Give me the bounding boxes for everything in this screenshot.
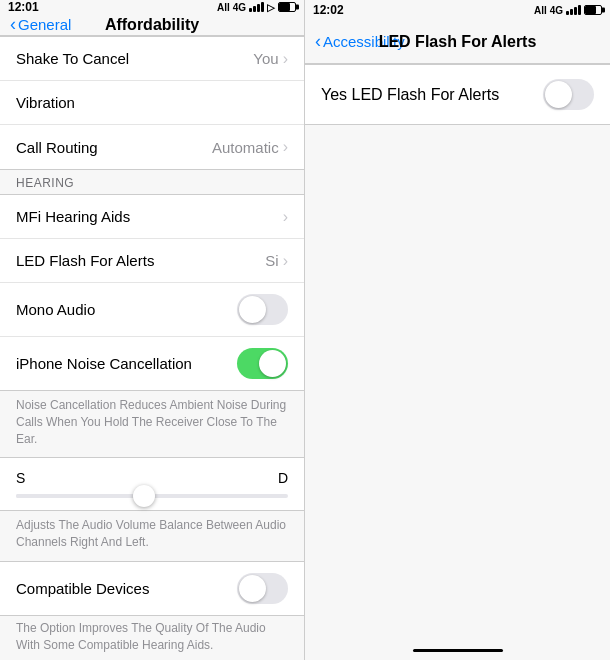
right-time: 12:02 [313,3,344,17]
left-status-icons: All 4G ▷ [217,2,296,13]
right-spacer [305,125,610,640]
led-flash-label: LED Flash For Alerts [16,252,154,269]
left-time: 12:01 [8,0,39,14]
noise-cancellation-toggle-thumb [259,350,286,377]
noise-cancellation-label: iPhone Noise Cancellation [16,355,192,372]
call-routing-chevron: › [283,138,288,156]
compatible-devices-toggle[interactable] [237,573,288,604]
slider-description: Adjusts The Audio Volume Balance Between… [0,511,304,561]
right-back-chevron: ‹ [315,31,321,52]
mono-audio-toggle-thumb [239,296,266,323]
left-back-label: General [18,16,71,33]
led-flash-value-text: Si [265,252,278,269]
right-battery-icon [584,5,602,15]
left-4g-label: ▷ [267,2,275,13]
left-back-chevron: ‹ [10,14,16,35]
slider-section: S D [0,457,304,511]
right-panel: 12:02 All 4G ‹ Accessibility LED Flash F… [305,0,610,660]
mfi-chevron: › [283,208,288,226]
left-status-bar: 12:01 All 4G ▷ [0,0,304,14]
noise-cancellation-toggle[interactable] [237,348,288,379]
right-home-indicator [413,649,503,652]
left-top-section: Shake To Cancel You › Vibration Call Rou… [0,36,304,170]
signal-bar-2 [253,6,256,12]
right-signal-bars [566,5,581,15]
vibration-label: Vibration [16,94,75,111]
slider-left-label: S [16,470,25,486]
slider-thumb[interactable] [133,485,155,507]
r-signal-bar-4 [578,5,581,15]
slider-labels: S D [16,470,288,486]
mfi-hearing-aids-row[interactable]: MFi Hearing Aids › [0,195,304,239]
compatible-devices-section: Compatible Devices [0,561,304,616]
left-nav-bar: ‹ General Affordability [0,14,304,36]
call-routing-value: Automatic › [212,138,288,156]
led-flash-value: Si › [265,252,288,270]
r-signal-bar-3 [574,7,577,15]
hearing-section-header: HEARING [0,170,304,194]
hearing-section: MFi Hearing Aids › LED Flash For Alerts … [0,194,304,391]
left-signal-bars [249,2,264,12]
left-battery-fill [279,3,290,11]
mfi-hearing-aids-label: MFi Hearing Aids [16,208,130,225]
led-flash-alerts-label: Yes LED Flash For Alerts [321,86,499,104]
mono-audio-toggle[interactable] [237,294,288,325]
led-flash-alerts-toggle[interactable] [543,79,594,110]
signal-bar-4 [261,2,264,12]
noise-cancellation-row[interactable]: iPhone Noise Cancellation [0,337,304,390]
slider-right-label: D [278,470,288,486]
right-battery-fill [585,6,596,14]
compatible-devices-label: Compatible Devices [16,580,149,597]
right-status-bar: 12:02 All 4G [305,0,610,20]
compatible-devices-toggle-thumb [239,575,266,602]
r-signal-bar-2 [570,9,573,15]
shake-to-cancel-label: Shake To Cancel [16,50,129,67]
slider-track[interactable] [16,494,288,498]
left-network-label: All 4G [217,2,246,13]
signal-bar-1 [249,8,252,12]
right-nav-bar: ‹ Accessibility LED Flash For Alerts [305,20,610,64]
shake-to-cancel-row[interactable]: Shake To Cancel You › [0,37,304,81]
compatible-devices-row[interactable]: Compatible Devices [0,562,304,615]
call-routing-value-text: Automatic [212,139,279,156]
right-status-icons: All 4G [534,5,602,16]
right-network-label: All 4G [534,5,563,16]
r-signal-bar-1 [566,11,569,15]
led-flash-alerts-toggle-thumb [545,81,572,108]
right-bottom-area [305,640,610,660]
led-flash-row[interactable]: LED Flash For Alerts Si › [0,239,304,283]
call-routing-row[interactable]: Call Routing Automatic › [0,125,304,169]
mono-audio-label: Mono Audio [16,301,95,318]
compatible-description: The Option Improves The Quality Of The A… [0,616,304,660]
call-routing-label: Call Routing [16,139,98,156]
mfi-chevron-area: › [283,208,288,226]
vibration-row[interactable]: Vibration [0,81,304,125]
led-flash-alerts-row[interactable]: Yes LED Flash For Alerts [305,64,610,125]
left-panel: 12:01 All 4G ▷ ‹ General Affordability S… [0,0,305,660]
signal-bar-3 [257,4,260,12]
mono-audio-row[interactable]: Mono Audio [0,283,304,337]
shake-chevron: › [283,50,288,68]
noise-description: Noise Cancellation Reduces Ambient Noise… [0,391,304,457]
right-nav-title: LED Flash For Alerts [379,33,537,51]
left-nav-title: Affordability [105,16,199,34]
shake-to-cancel-value: You › [253,50,288,68]
led-flash-chevron: › [283,252,288,270]
left-back-button[interactable]: ‹ General [10,14,71,35]
slider-fill [16,494,138,498]
shake-value-text: You [253,50,278,67]
left-battery-icon [278,2,296,12]
